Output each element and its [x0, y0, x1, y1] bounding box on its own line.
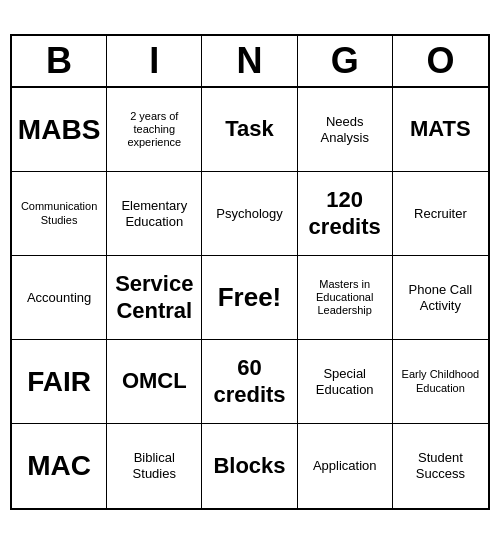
bingo-cell-7: Psychology [202, 172, 297, 256]
bingo-cell-5: Communication Studies [12, 172, 107, 256]
bingo-cell-23: Application [298, 424, 393, 508]
bingo-cell-1: 2 years of teaching experience [107, 88, 202, 172]
bingo-cell-6: Elementary Education [107, 172, 202, 256]
bingo-cell-4: MATS [393, 88, 488, 172]
bingo-cell-11: Service Central [107, 256, 202, 340]
header-letter-o: O [393, 36, 488, 86]
header-letter-n: N [202, 36, 297, 86]
bingo-cell-15: FAIR [12, 340, 107, 424]
bingo-cell-3: Needs Analysis [298, 88, 393, 172]
header-letter-i: I [107, 36, 202, 86]
bingo-cell-24: Student Success [393, 424, 488, 508]
bingo-cell-9: Recruiter [393, 172, 488, 256]
bingo-grid: MABS2 years of teaching experienceTaskNe… [12, 88, 488, 508]
bingo-cell-17: 60 credits [202, 340, 297, 424]
bingo-cell-12: Free! [202, 256, 297, 340]
header-letter-b: B [12, 36, 107, 86]
header-letter-g: G [298, 36, 393, 86]
bingo-cell-13: Masters in Educational Leadership [298, 256, 393, 340]
bingo-card: BINGO MABS2 years of teaching experience… [10, 34, 490, 510]
bingo-cell-22: Blocks [202, 424, 297, 508]
bingo-cell-2: Task [202, 88, 297, 172]
bingo-cell-21: Biblical Studies [107, 424, 202, 508]
bingo-cell-19: Early Childhood Education [393, 340, 488, 424]
bingo-cell-8: 120 credits [298, 172, 393, 256]
bingo-cell-18: Special Education [298, 340, 393, 424]
bingo-header: BINGO [12, 36, 488, 88]
bingo-cell-14: Phone Call Activity [393, 256, 488, 340]
bingo-cell-16: OMCL [107, 340, 202, 424]
bingo-cell-10: Accounting [12, 256, 107, 340]
bingo-cell-0: MABS [12, 88, 107, 172]
bingo-cell-20: MAC [12, 424, 107, 508]
